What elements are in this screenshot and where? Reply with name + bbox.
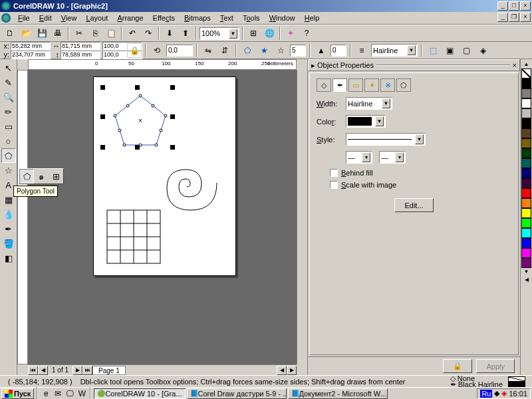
quick-outlook-icon[interactable]: ✉ [53, 388, 63, 399]
page-tab[interactable]: Page 1 [92, 366, 126, 375]
x-input[interactable] [11, 42, 51, 51]
swatch-cyan[interactable] [521, 228, 531, 238]
mdi-restore[interactable]: ❐ [509, 13, 519, 22]
eyedropper-tool[interactable]: 💧 [1, 207, 16, 221]
outline-tool[interactable]: ✒ [1, 221, 16, 236]
swatch-black[interactable] [521, 78, 531, 88]
pick-tool[interactable]: ↖ [1, 61, 16, 75]
menu-view[interactable]: View [57, 13, 82, 23]
style-combo[interactable]: ▼ [346, 133, 426, 146]
redo-button[interactable]: ↷ [141, 26, 156, 41]
ellipse-tool[interactable]: ○ [1, 134, 16, 148]
docker-close-button[interactable]: × [513, 61, 517, 69]
outline-width-combo[interactable]: Hairline▼ [371, 44, 418, 57]
to-back-button[interactable]: ▢ [459, 43, 473, 58]
swatch-red[interactable] [521, 188, 531, 198]
task-doc2[interactable]: 📘 Документ2 - Microsoft W... [288, 388, 388, 399]
tab-fill[interactable]: ◇ [317, 78, 331, 92]
tab-web[interactable]: ※ [380, 78, 395, 92]
wrap-button[interactable]: ⬚ [426, 43, 440, 58]
maximize-button[interactable]: □ [509, 1, 519, 11]
tray-icon-2[interactable]: ◈ [501, 389, 507, 398]
interactive-fill-tool[interactable]: ◧ [1, 251, 16, 265]
save-button[interactable]: 💾 [35, 26, 49, 41]
menu-layout[interactable]: Layout [81, 13, 112, 23]
menu-effects[interactable]: Effects [148, 13, 180, 23]
polygon-mode-button[interactable]: ⬠ [240, 43, 255, 58]
apply-button[interactable]: Apply [476, 359, 515, 373]
freehand-tool[interactable]: ✏ [1, 104, 16, 119]
copy-button[interactable]: ⎘ [88, 26, 102, 41]
swatch-olive[interactable] [521, 138, 531, 148]
last-page-button[interactable]: ⏭ [82, 366, 92, 375]
quick-ie-icon[interactable]: e [41, 388, 51, 399]
open-button[interactable]: 📂 [19, 26, 33, 41]
menu-window[interactable]: Window [265, 13, 300, 23]
status-outline-swatch[interactable] [508, 382, 525, 387]
h-input[interactable] [61, 51, 100, 59]
prev-page-button[interactable]: ◀ [38, 366, 48, 375]
y-input[interactable] [11, 51, 51, 59]
swatch-orange[interactable] [521, 198, 531, 208]
behind-fill-checkbox[interactable] [330, 169, 338, 177]
first-page-button[interactable]: ⏮ [28, 366, 38, 375]
fill-tool[interactable]: 🪣 [1, 236, 16, 251]
task-coreldraw[interactable]: 🟢 CorelDRAW 10 - [Gra... [94, 388, 185, 399]
swatch-violet[interactable] [521, 258, 531, 268]
system-tray[interactable]: Ru ◆ ◈ 16:01 [477, 388, 531, 399]
wand-button[interactable]: ✦ [283, 26, 298, 41]
menu-file[interactable]: File [13, 13, 35, 23]
help-button[interactable]: ? [299, 26, 314, 41]
scale-with-image-checkbox[interactable] [330, 181, 338, 189]
ruler-horizontal[interactable]: 0 50 100 150 200 250 millimeters [28, 59, 297, 70]
mirror-h-button[interactable]: ⇋ [201, 43, 215, 58]
tab-outline[interactable]: ✒ [332, 78, 347, 92]
flyout-graph[interactable]: ⊞ [49, 169, 63, 184]
start-button[interactable]: Пуск [1, 388, 34, 399]
shape-tool[interactable]: ✎ [1, 75, 16, 90]
swatch-yellow[interactable] [521, 208, 531, 218]
tab-curve[interactable]: ✦ [364, 78, 379, 92]
swatch-gray[interactable] [521, 88, 531, 98]
shapes-tool[interactable]: ☆ [1, 163, 16, 178]
next-page-button[interactable]: ▶ [72, 366, 82, 375]
import-button[interactable]: ⬇ [162, 26, 177, 41]
convert-button[interactable]: ◈ [475, 43, 490, 58]
export-button[interactable]: ⬆ [178, 26, 193, 41]
swatch-ltgray[interactable] [521, 108, 531, 118]
palette-down-button[interactable]: ▼ [524, 268, 529, 276]
mdi-close[interactable]: × [520, 13, 531, 22]
menu-help[interactable]: Help [300, 13, 325, 23]
star-mode-button[interactable]: ★ [257, 43, 271, 58]
color-combo[interactable]: ▼ [346, 115, 386, 128]
task-doc1[interactable]: 📘 Corel Draw дастури 5-9 - ... [187, 388, 287, 399]
flyout-polygon[interactable]: ⬠ [19, 169, 34, 184]
menu-arrange[interactable]: Arrange [112, 13, 148, 23]
lang-indicator[interactable]: Ru [480, 390, 492, 398]
points-input[interactable] [290, 45, 306, 57]
paste-button[interactable]: 📋 [104, 26, 118, 41]
new-button[interactable]: 🗋 [3, 26, 17, 41]
swatch-none[interactable] [521, 68, 531, 78]
sharpness-input[interactable] [331, 45, 346, 57]
arrow-end-combo[interactable]: —▾ [379, 151, 406, 164]
tab-poly[interactable]: ⬠ [396, 78, 411, 92]
status-fill-swatch[interactable] [508, 376, 525, 382]
canvas-viewport[interactable]: × [28, 70, 297, 364]
close-button[interactable]: × [520, 1, 531, 11]
menu-tools[interactable]: Tools [238, 13, 265, 23]
menu-bitmaps[interactable]: Bitmaps [180, 13, 215, 23]
edit-button[interactable]: Edit... [394, 198, 433, 212]
undo-button[interactable]: ↶ [125, 26, 140, 41]
web-button[interactable]: 🌐 [262, 26, 277, 41]
quick-desktop-icon[interactable]: 🖵 [65, 388, 75, 399]
palette-expand-button[interactable]: ◀ [525, 276, 529, 284]
lock-ratio-button[interactable]: 🔒 [127, 43, 142, 58]
swatch-black2[interactable] [521, 118, 531, 128]
w-input[interactable] [61, 42, 100, 51]
menu-text[interactable]: Text [215, 13, 238, 23]
tab-rect[interactable]: ▭ [348, 78, 363, 92]
arrow-start-combo[interactable]: —▾ [346, 151, 372, 164]
scroll-left-button[interactable]: ◀ [277, 366, 287, 375]
app-launcher-button[interactable]: ⊞ [246, 26, 261, 41]
